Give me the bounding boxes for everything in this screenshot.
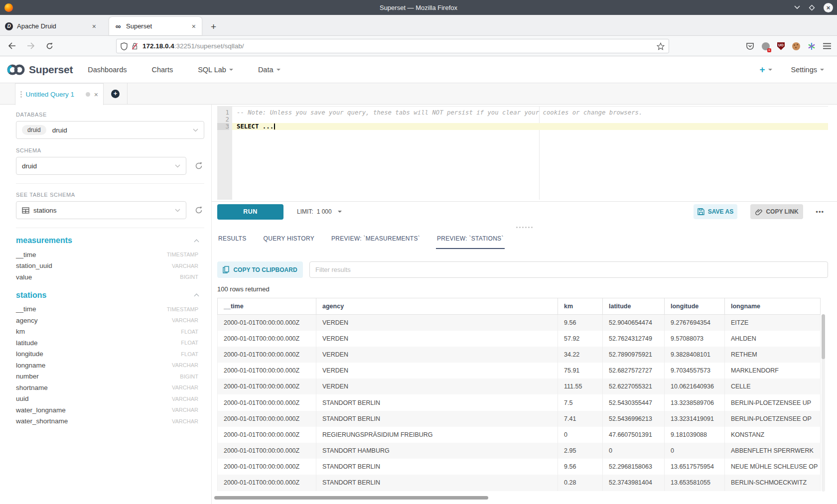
schema-tables: measurements__timeTIMESTAMPstation_uuidV… bbox=[16, 236, 204, 427]
column-header[interactable]: km bbox=[558, 298, 603, 315]
results-tab-3[interactable]: PREVIEW: `MEASUREMENTS` bbox=[330, 232, 421, 249]
limit-dropdown[interactable]: LIMIT: 1 000 bbox=[297, 208, 342, 215]
database-label: DATABASE bbox=[16, 112, 204, 118]
minimize-icon[interactable] bbox=[794, 5, 800, 9]
table-select[interactable]: stations bbox=[16, 201, 186, 219]
clipboard-icon bbox=[223, 266, 229, 273]
chevron-down-icon bbox=[175, 209, 180, 212]
browser-tab-superset[interactable]: ∞ Superset × bbox=[109, 17, 202, 35]
back-icon[interactable] bbox=[8, 42, 16, 49]
copy-to-clipboard-button[interactable]: COPY TO CLIPBOARD bbox=[217, 261, 303, 278]
column-header[interactable]: longitude bbox=[665, 298, 725, 315]
column-row: numberBIGINT bbox=[16, 371, 204, 382]
add-query-tab-button[interactable]: + bbox=[104, 83, 128, 104]
results-tab-2[interactable]: QUERY HISTORY bbox=[263, 232, 315, 249]
schema-table-name[interactable]: stations bbox=[16, 291, 46, 300]
drag-handle-icon[interactable] bbox=[20, 91, 22, 98]
column-header[interactable]: latitude bbox=[603, 298, 665, 315]
tab-close-icon[interactable]: × bbox=[91, 22, 97, 30]
results-table-body: 2000-01-01T00:00:00.000ZVERDEN9.5652.904… bbox=[218, 315, 821, 491]
column-row: valueBIGINT bbox=[16, 271, 204, 283]
superset-logo-icon[interactable] bbox=[6, 63, 26, 76]
divider bbox=[16, 228, 204, 228]
close-window-icon[interactable]: × bbox=[824, 3, 833, 12]
query-tab-title[interactable]: Untitled Query 1 bbox=[26, 91, 84, 98]
browser-tab-druid[interactable]: D Apache Druid × bbox=[0, 17, 102, 35]
column-header[interactable]: __time bbox=[218, 298, 316, 315]
cookie-extension-icon[interactable] bbox=[792, 42, 800, 50]
query-tab[interactable]: Untitled Query 1 × bbox=[15, 83, 104, 105]
table-row: 2000-01-01T00:00:00.000ZSTANDORT BERLIN0… bbox=[218, 475, 821, 491]
nav-data[interactable]: Data bbox=[258, 66, 280, 74]
filter-results-input[interactable] bbox=[309, 261, 828, 278]
table-vertical-scrollbar[interactable] bbox=[822, 314, 825, 492]
reload-icon[interactable] bbox=[46, 42, 53, 50]
schema-table-measurements: measurements__timeTIMESTAMPstation_uuidV… bbox=[16, 236, 204, 283]
browser-toolbar: 172.18.0.4:32251/superset/sqllab/ UO bbox=[0, 36, 837, 56]
sql-editor[interactable]: 1 2 3 -- Note: Unless you save your quer… bbox=[217, 106, 828, 200]
url-bar[interactable]: 172.18.0.4:32251/superset/sqllab/ bbox=[116, 39, 669, 53]
tab-close-icon[interactable]: × bbox=[191, 22, 197, 30]
collapse-chevron-icon[interactable] bbox=[194, 294, 199, 299]
schema-select[interactable]: druid bbox=[16, 157, 186, 175]
editor-statement-line: SELECT ... bbox=[232, 123, 828, 130]
nav-dashboards[interactable]: Dashboards bbox=[88, 66, 127, 74]
tracking-shield-icon[interactable] bbox=[121, 42, 128, 50]
schema-table-name[interactable]: measurements bbox=[16, 236, 72, 245]
run-button[interactable]: RUN bbox=[217, 204, 283, 220]
column-row: longnameVARCHAR bbox=[16, 360, 204, 371]
column-row: __timeTIMESTAMP bbox=[16, 249, 204, 260]
nav-sql-lab[interactable]: SQL Lab bbox=[198, 66, 233, 74]
settings-menu[interactable]: Settings bbox=[791, 66, 824, 74]
pane-resize-handle[interactable] bbox=[212, 225, 837, 229]
hamburger-menu-icon[interactable] bbox=[823, 43, 831, 49]
results-table-head: __timeagencykmlatitudelongitudelongname bbox=[218, 298, 821, 315]
column-row: latitudeFLOAT bbox=[16, 337, 204, 349]
save-icon bbox=[698, 208, 704, 215]
chevron-down-icon bbox=[338, 211, 342, 213]
refresh-table-icon[interactable] bbox=[193, 206, 204, 214]
column-row: __timeTIMESTAMP bbox=[16, 304, 204, 315]
column-row: water_shortnameVARCHAR bbox=[16, 416, 204, 427]
unsaved-dot-icon bbox=[86, 92, 90, 97]
results-tab-1[interactable]: RESULTS bbox=[217, 232, 248, 249]
copy-link-button[interactable]: COPY LINK bbox=[750, 204, 803, 219]
ublock-icon[interactable]: UO bbox=[777, 42, 785, 50]
horizontal-scrollbar[interactable] bbox=[214, 496, 488, 500]
results-tab-4[interactable]: PREVIEW: `STATIONS` bbox=[436, 232, 505, 249]
bookmark-star-icon[interactable] bbox=[657, 42, 665, 50]
database-select[interactable]: druid druid bbox=[16, 121, 204, 139]
new-tab-icon[interactable]: + bbox=[211, 22, 216, 31]
window-titlebar: Superset — Mozilla Firefox × bbox=[0, 0, 837, 15]
column-row: uuidVARCHAR bbox=[16, 393, 204, 405]
editor-toolbar: RUN LIMIT: 1 000 SAVE AS COPY LINK ••• bbox=[212, 201, 837, 222]
query-tab-close-icon[interactable]: × bbox=[94, 91, 98, 99]
nav-charts[interactable]: Charts bbox=[151, 66, 173, 74]
url-path: :32251/superset/sqllab/ bbox=[174, 42, 244, 50]
collapse-chevron-icon[interactable] bbox=[194, 239, 199, 244]
more-options-icon[interactable]: ••• bbox=[816, 208, 824, 216]
new-item-button[interactable]: + bbox=[759, 64, 772, 75]
column-row: kmFLOAT bbox=[16, 326, 204, 338]
table-row: 2000-01-01T00:00:00.000ZSTANDORT HAMBURG… bbox=[218, 443, 821, 459]
sparkle-extension-icon[interactable] bbox=[808, 42, 816, 50]
refresh-schema-icon[interactable] bbox=[193, 162, 204, 170]
containers-extension-icon[interactable] bbox=[762, 42, 770, 50]
table-row: 2000-01-01T00:00:00.000ZSTANDORT BERLIN7… bbox=[218, 411, 821, 427]
database-type-pill: druid bbox=[22, 125, 46, 135]
url-host: 172.18.0.4 bbox=[142, 42, 174, 50]
chevron-down-icon bbox=[820, 69, 824, 71]
forward-icon[interactable] bbox=[27, 42, 35, 49]
chevron-down-icon bbox=[193, 128, 198, 132]
column-header[interactable]: agency bbox=[316, 298, 558, 315]
pocket-icon[interactable] bbox=[746, 42, 754, 50]
chevron-down-icon bbox=[277, 69, 280, 71]
insecure-lock-icon[interactable] bbox=[132, 42, 138, 50]
maximize-icon[interactable] bbox=[809, 4, 815, 11]
superset-brand[interactable]: Superset bbox=[29, 64, 73, 76]
browser-tabstrip: D Apache Druid × ∞ Superset × + bbox=[0, 15, 837, 36]
column-header[interactable]: longname bbox=[725, 298, 821, 315]
results-table: __timeagencykmlatitudelongitudelongname … bbox=[217, 298, 821, 491]
save-as-button[interactable]: SAVE AS bbox=[694, 204, 737, 219]
table-row: 2000-01-01T00:00:00.000ZSTANDORT BERLIN7… bbox=[218, 394, 821, 410]
